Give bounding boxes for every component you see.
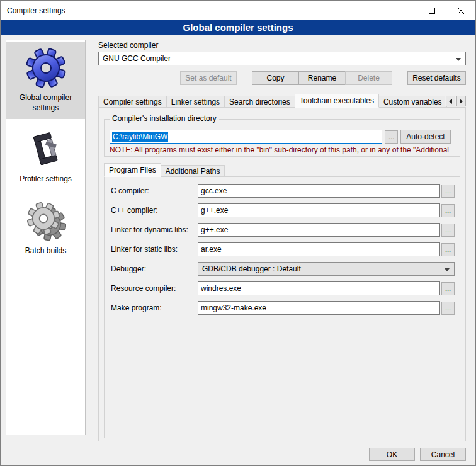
debugger-select[interactable]: GDB/CDB debugger : Default (198, 262, 455, 276)
main-panel: Selected compiler GNU GCC Compiler Set a… (92, 35, 470, 465)
linker-dynamic-input[interactable] (198, 223, 440, 237)
sidebar-item-label: Global compiler settings (8, 93, 84, 113)
chevron-down-icon (445, 268, 450, 271)
tab-compiler-settings[interactable]: Compiler settings (98, 96, 167, 108)
linker-dynamic-browse-button[interactable]: ... (441, 224, 455, 237)
resource-compiler-input[interactable] (198, 281, 440, 295)
window-title: Compiler settings (1, 6, 65, 15)
cancel-button[interactable]: Cancel (420, 448, 466, 461)
tab-scroll-right-button[interactable] (456, 96, 466, 106)
debugger-selected-value: GDB/CDB debugger : Default (202, 264, 301, 273)
compiler-settings-dialog: Compiler settings Global compiler settin… (0, 0, 476, 466)
tab-program-files[interactable]: Program Files (104, 163, 161, 177)
settings-sidebar: Global compiler settings Profiler settin… (6, 40, 86, 435)
make-program-browse-button[interactable]: ... (441, 302, 455, 315)
field-row-make-program: Make program: ... (111, 301, 455, 315)
tab-scroll-left-button[interactable] (446, 96, 455, 106)
field-label: Debugger: (111, 264, 198, 273)
sidebar-item-batch-builds[interactable]: Batch builds (6, 195, 85, 263)
field-label: Linker for dynamic libs: (111, 225, 198, 234)
resource-compiler-browse-button[interactable]: ... (441, 282, 455, 295)
set-as-default-button: Set as default (180, 71, 237, 85)
installation-directory-group-title: Compiler's installation directory (110, 114, 219, 123)
tab-search-directories[interactable]: Search directories (224, 96, 295, 108)
dialog-client-area: Global compiler settings Profiler settin… (1, 35, 475, 465)
sidebar-item-global-compiler-settings[interactable]: Global compiler settings (6, 42, 85, 119)
maximize-icon (429, 8, 435, 14)
program-files-tabs: Program Files Additional Paths (104, 163, 460, 177)
compiler-actions: Set as default Copy Rename Delete Reset … (98, 71, 466, 85)
auto-detect-button[interactable]: Auto-detect (400, 130, 451, 144)
tab-custom-variables[interactable]: Custom variables (378, 96, 447, 108)
program-files-panel: C compiler: ... C++ compiler: ... (104, 176, 460, 438)
field-label: Resource compiler: (111, 284, 198, 293)
field-row-debugger: Debugger: GDB/CDB debugger : Default (111, 262, 455, 276)
copy-button[interactable]: Copy (252, 71, 299, 85)
gray-gears-icon (26, 201, 66, 241)
tab-additional-paths[interactable]: Additional Paths (161, 165, 225, 177)
selected-compiler-combobox[interactable]: GNU GCC Compiler (98, 52, 466, 65)
tab-toolchain-executables[interactable]: Toolchain executables (295, 94, 379, 108)
arrow-right-icon (460, 99, 463, 104)
c-compiler-browse-button[interactable]: ... (441, 185, 455, 198)
selected-compiler-value: GNU GCC Compiler (103, 54, 171, 63)
delete-button: Delete (345, 71, 392, 85)
installation-note: NOTE: All programs must exist either in … (110, 145, 458, 154)
sidebar-item-label: Profiler settings (20, 174, 72, 185)
close-icon (458, 8, 464, 14)
profiler-clamp-icon (26, 129, 66, 169)
dialog-footer: OK Cancel (369, 448, 466, 461)
tab-scroll-arrows (445, 96, 466, 106)
field-row-linker-static: Linker for static libs: ... (111, 242, 455, 256)
field-label: Linker for static libs: (111, 245, 198, 254)
install-dir-browse-button[interactable]: ... (385, 130, 398, 144)
ok-button[interactable]: OK (369, 448, 415, 461)
field-label: Make program: (111, 304, 198, 312)
field-row-cpp-compiler: C++ compiler: ... (111, 203, 455, 217)
install-dir-input[interactable]: C:\raylib\MinGW (110, 130, 382, 144)
linker-static-input[interactable] (198, 242, 440, 256)
field-row-resource-compiler: Resource compiler: ... (111, 281, 455, 295)
minimize-icon (400, 8, 406, 14)
selected-compiler-label: Selected compiler (98, 41, 158, 50)
cpp-compiler-input[interactable] (198, 203, 440, 217)
installation-directory-group: Compiler's installation directory C:\ray… (104, 119, 460, 157)
reset-defaults-button[interactable]: Reset defaults (407, 71, 466, 85)
linker-static-browse-button[interactable]: ... (441, 243, 455, 256)
field-row-linker-dynamic: Linker for dynamic libs: ... (111, 223, 455, 237)
c-compiler-input[interactable] (198, 184, 440, 198)
field-label: C++ compiler: (111, 206, 198, 215)
maximize-button[interactable] (417, 1, 446, 20)
titlebar: Compiler settings (1, 1, 475, 20)
make-program-input[interactable] (198, 301, 440, 315)
cpp-compiler-browse-button[interactable]: ... (441, 204, 455, 217)
blue-gear-icon (26, 48, 66, 88)
window-controls (388, 1, 475, 20)
sidebar-item-label: Batch builds (25, 246, 66, 256)
toolchain-executables-panel: Compiler's installation directory C:\ray… (98, 107, 466, 441)
installation-directory-row: C:\raylib\MinGW ... Auto-detect (110, 130, 451, 144)
install-dir-selected-text: C:\raylib\MinGW (112, 132, 168, 142)
field-row-c-compiler: C compiler: ... (111, 184, 455, 198)
sidebar-item-profiler-settings[interactable]: Profiler settings (6, 123, 85, 191)
close-button[interactable] (446, 1, 475, 20)
chevron-down-icon (456, 58, 461, 61)
arrow-left-icon (449, 99, 452, 104)
field-label: C compiler: (111, 186, 198, 195)
rename-button[interactable]: Rename (298, 71, 346, 85)
minimize-button[interactable] (388, 1, 417, 20)
tab-linker-settings[interactable]: Linker settings (166, 96, 225, 108)
compiler-settings-tabs: Compiler settings Linker settings Search… (98, 94, 466, 108)
dialog-heading: Global compiler settings (1, 20, 475, 35)
